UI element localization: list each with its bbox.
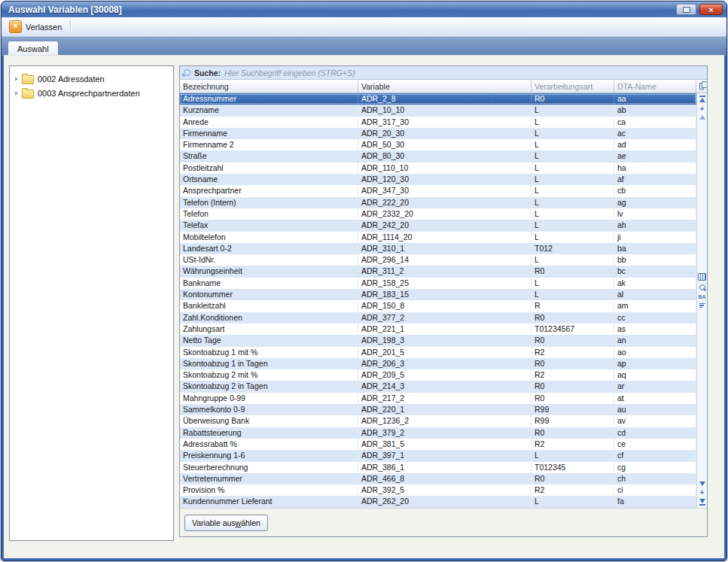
column-header-dta-name[interactable]: DTA-Name xyxy=(614,80,696,93)
sort-icon[interactable] xyxy=(699,303,705,308)
table-row[interactable]: Mahngruppe 0-99ADR_217_2R0at xyxy=(180,393,696,404)
table-row[interactable]: Netto TageADR_198_3R0an xyxy=(180,335,696,346)
cell-verarbeitungsart: L xyxy=(532,254,614,266)
cell-bezeichnung: Telefon xyxy=(180,208,358,220)
cell-verarbeitungsart: L xyxy=(532,220,614,231)
chevron-right-icon[interactable] xyxy=(15,77,18,81)
table-row[interactable]: Kundennummer LieferantADR_262_20Lfa xyxy=(180,496,696,507)
cell-variable: ADR_392_5 xyxy=(358,485,532,496)
cell-dta-name: av xyxy=(614,415,696,427)
table-row[interactable]: WährungseinheitADR_311_2R0bc xyxy=(180,266,696,277)
cell-bezeichnung: Mobiltelefon xyxy=(180,232,358,243)
ba-icon[interactable]: BA xyxy=(698,294,705,299)
table-row[interactable]: SteuerberechnungADR_386_1T012345cg xyxy=(180,462,696,473)
tree-item-label: 0002 Adressdaten xyxy=(38,74,105,84)
cell-variable: ADR_262_20 xyxy=(358,496,532,507)
cell-variable: ADR_381_5 xyxy=(358,439,532,450)
verlassen-button[interactable]: × Verlassen xyxy=(6,19,67,35)
table-row[interactable]: OrtsnameADR_120_30Laf xyxy=(180,174,696,185)
cell-bezeichnung: Firmenname 2 xyxy=(180,139,358,150)
table-row[interactable]: PostleitzahlADR_110_10Lha xyxy=(180,163,696,174)
cell-dta-name: aa xyxy=(614,93,696,105)
quick-search-icon[interactable] xyxy=(699,284,705,290)
cell-dta-name: at xyxy=(614,393,696,404)
search-input[interactable]: Hier Suchbegriff eingeben (STRG+S) xyxy=(224,68,355,77)
cell-variable: ADR_379_2 xyxy=(358,427,532,439)
content-area: 0002 Adressdaten 0003 Ansprechpartnerdat… xyxy=(4,55,724,558)
table-row[interactable]: Landesart 0-2ADR_310_1T012ba xyxy=(180,243,696,254)
table-row[interactable]: MobiltelefonADR_1114_20Lji xyxy=(180,232,696,243)
table-row[interactable]: TelefonADR_2332_20Llv xyxy=(180,208,696,220)
cell-dta-name: ca xyxy=(614,117,696,128)
table-row[interactable]: Skontoabzug 1 in TagenADR_206_3R0ap xyxy=(180,358,696,369)
table-row[interactable]: Sammelkonto 0-9ADR_220_1R99au xyxy=(180,404,696,415)
cell-dta-name: af xyxy=(614,174,696,185)
chevron-right-icon[interactable] xyxy=(15,91,18,96)
grid-rows: AdressnummerADR_2_8R0aaKurznameADR_10_10… xyxy=(180,93,696,508)
table-row[interactable]: Skontoabzug 1 mit %ADR_201_5R2ao xyxy=(180,347,696,358)
cell-bezeichnung: Ortsname xyxy=(180,174,358,185)
cell-dta-name: ce xyxy=(614,439,696,450)
columns-icon[interactable] xyxy=(698,273,706,281)
table-row[interactable]: Zahl.KonditionenADR_377_2R0cc xyxy=(180,312,696,324)
table-row[interactable]: Preiskennung 1-6ADR_397_1Lcf xyxy=(180,450,696,461)
scroll-up-plus-icon[interactable]: + xyxy=(700,106,705,111)
cell-bezeichnung: Zahlungsart xyxy=(180,324,358,335)
table-row[interactable]: RabattsteuerungADR_379_2R0cd xyxy=(180,427,696,439)
column-header-bezeichnung[interactable]: Bezeichnung xyxy=(180,80,358,93)
cell-verarbeitungsart: R0 xyxy=(532,358,614,369)
table-row[interactable]: KurznameADR_10_10Lab xyxy=(180,105,696,116)
table-row[interactable]: TelefaxADR_242_20Lah xyxy=(180,220,696,231)
table-row[interactable]: AdressnummerADR_2_8R0aa xyxy=(180,93,696,105)
cell-dta-name: ji xyxy=(614,232,696,243)
table-row[interactable]: FirmennameADR_20_30Lac xyxy=(180,128,696,139)
table-row[interactable]: BankleitzahlADR_150_8Ram xyxy=(180,300,696,311)
cell-bezeichnung: Landesart 0-2 xyxy=(180,243,358,254)
table-row[interactable]: StraßeADR_80_30Lae xyxy=(180,150,696,162)
cell-variable: ADR_10_10 xyxy=(358,105,532,116)
table-row[interactable]: Überweisung BankADR_1236_2R99av xyxy=(180,415,696,427)
title-bar[interactable]: Auswahl Variablen [30008] × xyxy=(2,2,726,17)
cell-dta-name: ae xyxy=(614,150,696,162)
scroll-to-top-icon[interactable] xyxy=(699,96,705,102)
table-row[interactable]: AnsprechpartnerADR_347_30Lcb xyxy=(180,185,696,196)
tree-item-ansprechpartnerdaten[interactable]: 0003 Ansprechpartnerdaten xyxy=(10,86,173,100)
table-row[interactable]: KontonummerADR_183_15Lal xyxy=(180,289,696,300)
cell-verarbeitungsart: R0 xyxy=(532,381,614,392)
cell-dta-name: ah xyxy=(614,220,696,231)
restore-window-button[interactable] xyxy=(676,4,696,15)
scroll-down-plus-icon[interactable]: + xyxy=(700,490,705,495)
cell-dta-name: fa xyxy=(614,496,696,507)
table-row[interactable]: AnredeADR_317_30Lca xyxy=(180,117,696,128)
column-header-verarbeitungsart[interactable]: Verarbeitungsart xyxy=(532,80,614,93)
cell-dta-name: as xyxy=(614,324,696,335)
cell-bezeichnung: Firmenname xyxy=(180,128,358,139)
cell-verarbeitungsart: R0 xyxy=(532,93,614,105)
verlassen-label: Verlassen xyxy=(26,23,62,32)
cell-bezeichnung: Vertreternummer xyxy=(180,473,358,485)
table-row[interactable]: BanknameADR_158_25Lak xyxy=(180,278,696,289)
scroll-up-icon[interactable] xyxy=(699,115,705,120)
tree-item-adressdaten[interactable]: 0002 Adressdaten xyxy=(10,71,173,86)
table-row[interactable]: VertreternummerADR_466_8R0ch xyxy=(180,473,696,485)
close-window-button[interactable]: × xyxy=(699,4,723,15)
search-bar[interactable]: Suche: Hier Suchbegriff eingeben (STRG+S… xyxy=(180,66,707,80)
table-row[interactable]: USt-IdNr.ADR_296_14Lbb xyxy=(180,254,696,266)
cell-dta-name: bb xyxy=(614,254,696,266)
column-header-variable[interactable]: Variable xyxy=(358,80,532,93)
scroll-to-bottom-icon[interactable] xyxy=(699,499,705,506)
table-row[interactable]: Telefon (Intern)ADR_222_20Lag xyxy=(180,197,696,208)
cell-variable: ADR_222_20 xyxy=(358,197,532,208)
cell-dta-name: ba xyxy=(614,243,696,254)
table-row[interactable]: Firmenname 2ADR_50_30Lad xyxy=(180,139,696,150)
variable-auswaehlen-button[interactable]: Variable auswählen xyxy=(184,515,268,531)
table-row[interactable]: ZahlungsartADR_221_1T01234567as xyxy=(180,324,696,335)
tab-auswahl[interactable]: Auswahl xyxy=(8,41,59,56)
column-chooser-button[interactable] xyxy=(696,80,707,93)
table-row[interactable]: Provision %ADR_392_5R2ci xyxy=(180,485,696,496)
table-row[interactable]: Adressrabatt %ADR_381_5R2ce xyxy=(180,439,696,450)
cell-variable: ADR_110_10 xyxy=(358,163,532,174)
scroll-down-icon[interactable] xyxy=(699,481,705,486)
table-row[interactable]: Skontoabzug 2 in TagenADR_214_3R0ar xyxy=(180,381,696,392)
table-row[interactable]: Skontoabzug 2 mit %ADR_209_5R2aq xyxy=(180,369,696,381)
